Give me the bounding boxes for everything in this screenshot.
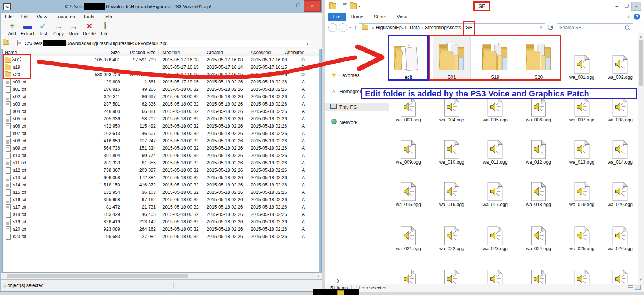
scroll-down-icon[interactable]: ∨: [638, 278, 644, 281]
sidebar-item-homegroup[interactable]: ⌂Homegroup: [325, 87, 389, 95]
table-row[interactable]: s03.txt237 58162 3362015-05-18 00:322015…: [3, 100, 319, 108]
table-row[interactable]: s06.txt432 950115 4822015-05-18 00:32201…: [3, 122, 319, 130]
table-row[interactable]: s20.txt923 089264 1622015-05-18 00:32201…: [3, 225, 319, 233]
breadcrumb-higurashiep01_data[interactable]: HigurashiEp01_Data: [376, 25, 420, 30]
close-button[interactable]: ×: [631, 2, 641, 11]
breadcrumb-se[interactable]: SE: [466, 25, 472, 30]
table-row[interactable]: s00.txt29 6881 5612015-05-17 18:152015-0…: [3, 78, 319, 86]
recent-locations-icon[interactable]: ▾: [349, 26, 351, 29]
table-row[interactable]: s15.txt132 95436 1032015-05-18 00:322015…: [3, 189, 319, 196]
table-row[interactable]: s07.txt162 61346 5072015-05-18 00:322015…: [3, 130, 319, 137]
column-header-row[interactable]: NameSizePacked SizeModifiedCreatedAccess…: [3, 49, 319, 56]
forward-button[interactable]: →: [339, 23, 347, 32]
table-row[interactable]: s16.txt355 65897 1622015-05-18 00:322015…: [3, 196, 319, 203]
file-tile[interactable]: wa_015.ogg: [390, 177, 427, 207]
refresh-button[interactable]: [546, 23, 555, 32]
tab-file[interactable]: File: [328, 13, 346, 21]
table-row[interactable]: s09.txt564 736151 3342015-05-18 00:32201…: [3, 145, 319, 152]
table-row[interactable]: s192015-05-17 16:152015-05-17 16:142015-…: [3, 64, 319, 71]
menu-item-view[interactable]: View: [33, 14, 51, 19]
file-tile[interactable]: wa_011.ogg: [477, 135, 514, 165]
search-box[interactable]: [557, 23, 633, 32]
table-row[interactable]: s01105 376 48197 591 7092015-05-17 16:08…: [3, 56, 319, 64]
table-row[interactable]: s19.txt826 419213 1422015-05-18 00:32201…: [3, 218, 319, 225]
table-row[interactable]: s14.txt1 518 150416 3722015-05-18 00:322…: [3, 181, 319, 189]
file-tile[interactable]: wa_020.ogg: [602, 177, 638, 207]
column-header-size[interactable]: Size: [86, 49, 123, 56]
file-tile-partial[interactable]: [390, 264, 427, 284]
properties-icon[interactable]: [343, 3, 347, 9]
scroll-left-icon[interactable]: ‹: [2, 274, 3, 278]
menu-item-help[interactable]: Help: [98, 14, 116, 19]
table-row[interactable]: s10.txt391 80499 7742015-05-18 00:322015…: [3, 152, 319, 159]
maximize-button[interactable]: ❐: [293, 0, 304, 11]
toolbar-copy-button[interactable]: →Copy: [51, 21, 66, 38]
file-tile-partial[interactable]: [564, 264, 600, 284]
file-tile[interactable]: wa_010.ogg: [433, 135, 470, 165]
file-tile[interactable]: wa_006.ogg: [520, 92, 557, 122]
column-header-modified[interactable]: Modified: [159, 49, 203, 56]
column-header-accessed[interactable]: Accessed: [247, 49, 288, 56]
file-tile[interactable]: wa_019.ogg: [564, 177, 600, 207]
menu-item-favorites[interactable]: Favorites: [51, 14, 79, 19]
tab-home[interactable]: Home: [346, 13, 369, 21]
folder-tile[interactable]: S20: [520, 36, 557, 80]
horizontal-scrollbar[interactable]: ‹ ›: [1, 273, 322, 279]
menu-item-file[interactable]: File: [1, 14, 17, 19]
details-view-icon[interactable]: [628, 285, 633, 290]
table-row[interactable]: s01.txt186 91649 2652015-05-18 00:322015…: [3, 86, 319, 93]
ribbon-expand-icon[interactable]: ∨: [627, 14, 630, 19]
file-tile[interactable]: wa_012.ogg: [520, 135, 557, 165]
menu-item-edit[interactable]: Edit: [17, 14, 33, 19]
file-tile[interactable]: wa_023.ogg: [477, 221, 514, 251]
scrollbar-thumb[interactable]: [639, 40, 643, 86]
new-folder-icon[interactable]: [350, 3, 357, 9]
file-tile-partial[interactable]: [520, 264, 557, 284]
file-tile[interactable]: wa_003.ogg: [390, 92, 427, 122]
up-folder-button[interactable]: ↑: [3, 39, 12, 47]
toolbar-info-button[interactable]: iInfo: [97, 21, 112, 38]
table-row[interactable]: s08.txt416 653117 2472015-05-18 00:32201…: [3, 137, 319, 145]
column-header-created[interactable]: Created: [203, 49, 247, 56]
file-tile[interactable]: wa_001.ogg: [564, 36, 600, 80]
pane-scroll-right-icon[interactable]: ❯: [336, 278, 340, 283]
sidebar-item-favorites[interactable]: ★Favorites: [325, 71, 389, 79]
close-button[interactable]: ×: [304, 0, 321, 12]
table-row[interactable]: s20580 093 725543 383 9662015-05-17 16:1…: [3, 71, 319, 78]
table-row[interactable]: s04.txt248 90066 8812015-05-18 00:322015…: [3, 108, 319, 115]
menu-item-tools[interactable]: Tools: [79, 14, 98, 19]
column-header-packed-size[interactable]: Packed Size: [123, 49, 159, 56]
folder-tile[interactable]: edit: [390, 36, 427, 80]
column-header-attributes[interactable]: Attributes: [288, 49, 308, 56]
table-row[interactable]: s11.txt281 33381 3552015-05-18 00:322015…: [3, 159, 319, 167]
minimize-button[interactable]: –: [612, 2, 622, 10]
file-tile[interactable]: wa_025.ogg: [564, 221, 600, 251]
vertical-scrollbar[interactable]: ∧ ∨: [638, 33, 644, 284]
help-icon[interactable]: ?: [634, 14, 640, 20]
maximize-button[interactable]: ❐: [622, 2, 631, 10]
file-tile[interactable]: wa_014.ogg: [602, 135, 638, 165]
address-dropdown-icon[interactable]: ∨: [540, 25, 545, 29]
scroll-right-icon[interactable]: ›: [318, 274, 319, 278]
file-tile[interactable]: wa_017.ogg: [477, 177, 514, 207]
sevenzip-titlebar[interactable]: 7z C:\UsersDownloads\Higurashi\Higurashi…: [0, 0, 322, 13]
file-tile[interactable]: wa_005.ogg: [477, 92, 514, 122]
scroll-up-icon[interactable]: ∧: [638, 35, 644, 38]
qat-dropdown-icon[interactable]: ▾: [359, 4, 361, 8]
table-row[interactable]: s18.txt183 42946 4052015-05-18 00:322015…: [3, 211, 319, 218]
file-tile[interactable]: wa_018.ogg: [520, 177, 557, 207]
minimize-button[interactable]: –: [282, 0, 293, 11]
table-row[interactable]: s05.txt205 33658 2022015-05-18 00:322015…: [3, 115, 319, 122]
explorer-titlebar[interactable]: ▾ SE – ❐ ×: [325, 0, 644, 12]
toolbar-test-button[interactable]: ✓Test: [35, 21, 51, 38]
column-header-name[interactable]: Name: [3, 49, 86, 56]
file-tile-partial[interactable]: [433, 264, 470, 284]
table-row[interactable]: s23.txt95 68327 0822015-05-18 00:322015-…: [3, 233, 319, 240]
toolbar-move-button[interactable]: →Move: [66, 21, 82, 38]
file-tile[interactable]: wa_009.ogg: [390, 135, 427, 165]
thumbnail-view-icon[interactable]: [635, 285, 641, 290]
file-tile-partial[interactable]: [477, 264, 514, 284]
chevron-down-icon[interactable]: ∨: [306, 41, 311, 45]
sidebar-item-this-pc[interactable]: This PC: [325, 103, 389, 111]
back-button[interactable]: ←: [328, 23, 337, 32]
